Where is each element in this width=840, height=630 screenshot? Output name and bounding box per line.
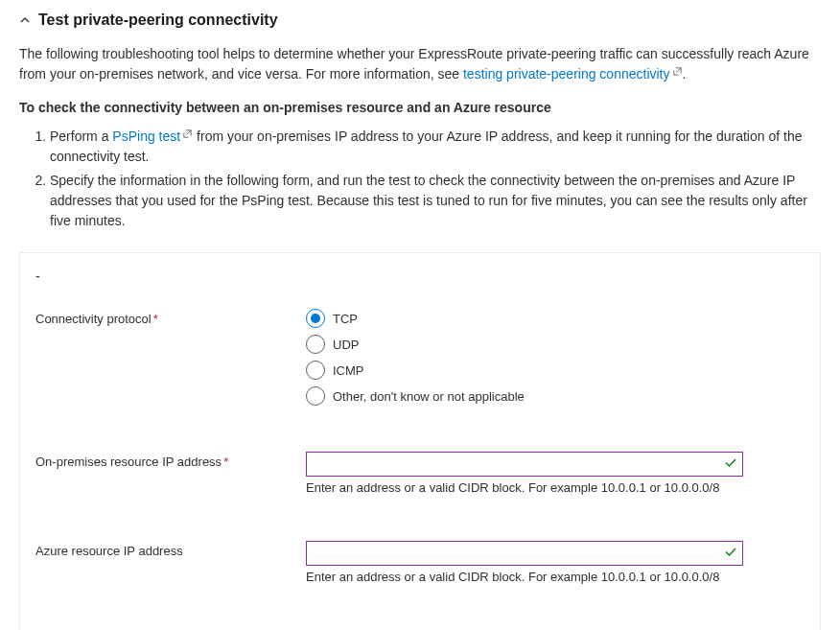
radio-circle-icon: [306, 309, 325, 328]
external-link-icon: [672, 66, 683, 77]
radio-circle-icon: [306, 386, 325, 406]
onprem-ip-input[interactable]: [306, 452, 743, 477]
radio-tcp[interactable]: TCP: [306, 309, 743, 328]
radio-other[interactable]: Other, don't know or not applicable: [306, 386, 743, 406]
intro-text-after: .: [683, 66, 687, 82]
azure-ip-input[interactable]: [306, 541, 743, 566]
azure-ip-hint: Enter an address or a valid CIDR block. …: [306, 570, 743, 584]
external-link-icon: [182, 128, 193, 139]
steps-list: Perform a PsPing test from your on-premi…: [0, 127, 840, 252]
radio-udp[interactable]: UDP: [306, 335, 743, 354]
onprem-ip-label: On-premises resource IP address*: [35, 452, 306, 469]
radio-icmp[interactable]: ICMP: [306, 361, 743, 380]
doc-link[interactable]: testing private-peering connectivity: [463, 66, 683, 82]
psping-link[interactable]: PsPing test: [112, 128, 193, 144]
protocol-radio-group: TCP UDP ICMP Other, don't know or not ap…: [306, 309, 743, 406]
panel-dash: -: [20, 268, 820, 299]
collapse-chevron-icon[interactable]: [19, 14, 31, 26]
form-panel: - Connectivity protocol* TCP UDP ICMP: [19, 252, 821, 630]
radio-circle-icon: [306, 335, 325, 354]
onprem-ip-hint: Enter an address or a valid CIDR block. …: [306, 480, 743, 495]
step-2: Specify the information in the following…: [50, 171, 821, 231]
protocol-label: Connectivity protocol*: [35, 309, 306, 326]
azure-ip-label: Azure resource IP address: [35, 541, 306, 558]
radio-circle-icon: [306, 361, 325, 380]
step-1: Perform a PsPing test from your on-premi…: [50, 127, 821, 167]
intro-text-before: The following troubleshooting tool helps…: [19, 46, 809, 82]
subheading: To check the connectivity between an on-…: [0, 100, 840, 127]
intro-paragraph: The following troubleshooting tool helps…: [0, 36, 840, 100]
section-title: Test private-peering connectivity: [38, 12, 278, 29]
required-mark: *: [153, 312, 158, 326]
required-mark: *: [223, 455, 228, 469]
